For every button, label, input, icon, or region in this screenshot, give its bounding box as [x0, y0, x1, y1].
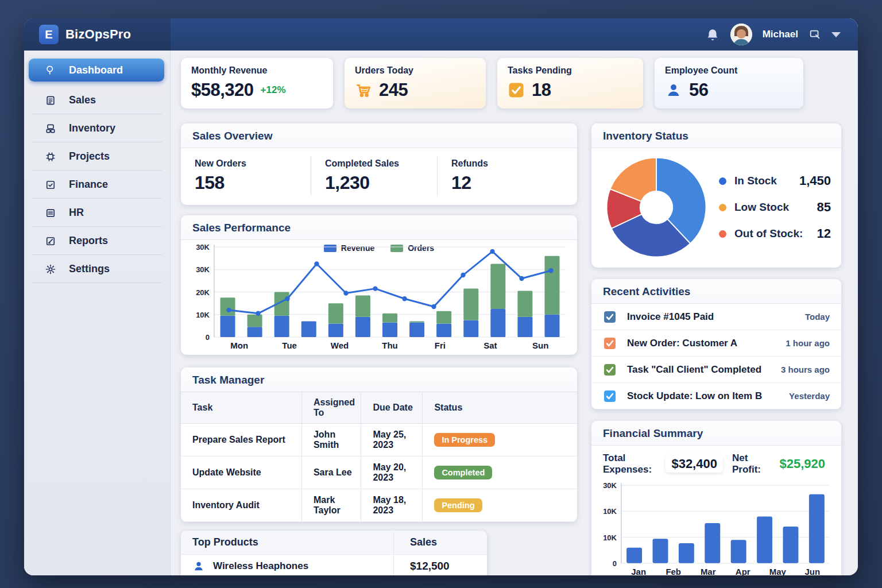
x-axis-label: Wed	[331, 341, 349, 350]
legend-label: Low Stock	[734, 201, 789, 214]
sidebar-item-sales[interactable]: Sales	[24, 86, 170, 114]
sidebar-item-reports[interactable]: Reports	[24, 227, 170, 255]
sidebar-item-inventory[interactable]: Inventory	[24, 114, 170, 142]
revenue-bar	[409, 322, 424, 337]
revenue-bar	[436, 323, 451, 337]
x-axis-label: Mon	[230, 341, 248, 350]
svg-text:10K: 10K	[603, 507, 617, 516]
recent-activities-panel: Recent Activities Invoice #1045 PaidToda…	[591, 279, 841, 409]
app-logo: E	[39, 25, 59, 44]
cart-icon	[355, 82, 372, 99]
sidebar-item-hr[interactable]: HR	[24, 199, 170, 227]
column-header: Top Products	[181, 531, 393, 554]
column-header: Status	[423, 392, 577, 424]
sidebar-item-dashboard[interactable]: Dashboard	[29, 59, 164, 82]
checkbox-icon	[508, 82, 525, 99]
check-square-icon	[45, 179, 56, 191]
report-pen-icon	[45, 235, 56, 247]
column-header: Due Date	[361, 392, 423, 424]
inventory-legend-row: In Stock1,450	[719, 173, 831, 188]
stat-card-value: 56	[689, 80, 708, 100]
x-axis-label: Jan	[631, 567, 646, 575]
stat-card-label: Monthly Revenue	[191, 65, 323, 76]
overview-metric: Refunds12	[437, 156, 502, 196]
x-axis-label: May	[769, 567, 787, 575]
revenue-bar	[247, 327, 262, 337]
x-axis-label: Tue	[282, 341, 297, 350]
column-header: Sales	[393, 531, 487, 554]
orders-bar	[517, 291, 532, 317]
sidebar-item-finance[interactable]: Finance	[24, 171, 170, 199]
metric-label: Completed Sales	[325, 158, 423, 169]
sidebar-item-projects[interactable]: Projects	[24, 142, 170, 171]
stat-card[interactable]: Urders Today245	[345, 58, 486, 109]
bell-icon[interactable]	[705, 27, 720, 42]
orders-bar	[328, 303, 343, 323]
profile-edit-icon[interactable]	[808, 28, 821, 41]
profit-value: $25,920	[773, 455, 831, 473]
app-window: E BizOpsPro Michael DashboardSalesInvent…	[24, 18, 858, 575]
x-axis-label: Jun	[804, 567, 820, 575]
activity-row[interactable]: Stock Update: Low on Item BYesterday	[591, 383, 841, 409]
magnifier-icon	[45, 64, 56, 76]
inventory-legend-row: Low Stock85	[719, 200, 831, 215]
user-name: Michael	[763, 29, 798, 40]
table-row[interactable]: Inventory AuditMark TaylorMay 18, 2023Pe…	[181, 489, 577, 522]
table-row[interactable]: Prepare Sales ReportJohn SmithMay 25, 20…	[181, 424, 577, 457]
revenue-bar	[220, 316, 235, 337]
stat-card[interactable]: Tasks Pending18	[497, 58, 643, 109]
stat-card-delta: +12%	[261, 84, 286, 96]
due-cell: May 18, 2023	[361, 489, 423, 522]
stat-card-value: $58,320	[191, 80, 254, 100]
activity-text: Stock Update: Low on Item B	[627, 390, 762, 402]
sidebar-item-settings[interactable]: Settings	[24, 255, 170, 283]
status-badge: In Progress	[434, 433, 495, 447]
gear-icon	[45, 264, 56, 275]
revenue-bar	[490, 309, 505, 337]
sales-performance-panel: Sales Performance RevenueOrders 010K20K3…	[181, 215, 577, 355]
check-icon	[603, 389, 617, 403]
inventory-status-panel: Inventory Status In Stock1,450Low Stock8…	[591, 123, 841, 268]
x-axis-label: Apr	[736, 567, 751, 575]
sidebar-item-label: Projects	[69, 150, 110, 163]
legend-dot-icon	[719, 204, 726, 211]
legend-value: 1,450	[799, 173, 831, 188]
avatar[interactable]	[730, 24, 752, 45]
product-sales: $12,500	[393, 555, 487, 575]
revenue-bar	[382, 322, 397, 337]
financial-bar-chart: 010K10K30KJanFebMarAprMayJun	[591, 478, 841, 575]
activity-row[interactable]: Task "Call Client" Completed3 hours ago	[591, 357, 841, 383]
table-row[interactable]: Update WebsiteSara LeeMay 20, 2023Comple…	[181, 457, 577, 489]
legend-label: Out of Stock:	[734, 227, 803, 240]
person-icon	[665, 82, 682, 99]
financial-summary-panel: Financial Summary Total Expenses: $32,40…	[591, 421, 841, 575]
top-products-panel: Top Products Sales Wireless Heaphones$12…	[181, 531, 487, 575]
orders-bar	[436, 311, 451, 324]
stat-card[interactable]: Employee Count56	[655, 58, 803, 109]
metric-label: New Orders	[195, 158, 297, 169]
expense-bar	[626, 548, 642, 563]
profit-label: Net Profit:	[732, 452, 769, 475]
product-row[interactable]: Wireless Heaphones$12,500	[181, 555, 487, 575]
svg-text:30K: 30K	[196, 243, 210, 252]
x-axis-label: Mar	[701, 567, 716, 575]
sidebar: DashboardSalesInventoryProjectsFinanceHR…	[24, 51, 171, 575]
sales-performance-chart: RevenueOrders 010K20K30K30KMonTueWedThuF…	[181, 240, 577, 353]
activity-row[interactable]: New Order: Customer A1 hour ago	[591, 330, 841, 357]
activity-time: 3 hours ago	[781, 365, 830, 374]
task-table: TaskAssigned ToDue DateStatus Prepare Sa…	[181, 392, 577, 522]
stat-card[interactable]: Monthly Revenue$58,320+12%	[181, 58, 333, 109]
check-icon	[603, 310, 617, 324]
sales-overview-panel: Sales Overview New Orders158Completed Sa…	[181, 123, 577, 205]
activity-text: Task "Call Client" Completed	[627, 364, 761, 376]
expenses-label: Total Expenses:	[603, 452, 661, 475]
chevron-down-icon[interactable]	[831, 32, 841, 37]
activity-row[interactable]: Invoice #1045 PaidToday	[591, 304, 841, 330]
navbar-right: Michael	[705, 24, 858, 45]
orders-bar	[544, 256, 559, 315]
expense-bar	[809, 494, 825, 563]
expense-bar	[731, 540, 746, 563]
revenue-bar	[517, 317, 532, 337]
expense-bar	[679, 543, 694, 563]
status-badge: Pending	[434, 498, 482, 512]
